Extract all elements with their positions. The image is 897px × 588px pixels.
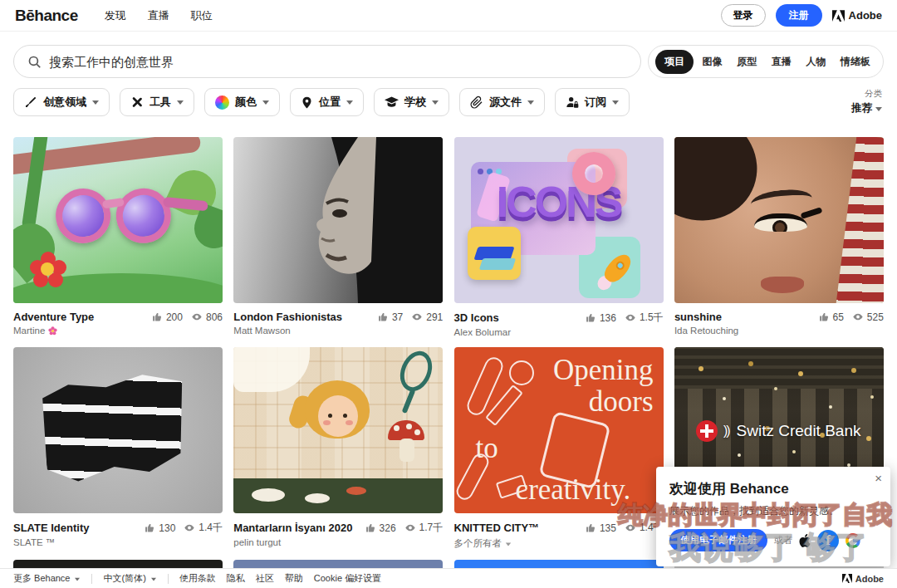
- tab-prototypes[interactable]: 原型: [731, 51, 762, 73]
- project-stats: 37 291: [378, 311, 443, 323]
- filter-color[interactable]: 颜色: [204, 88, 280, 116]
- art-yellow-card: [468, 227, 521, 280]
- project-thumbnail[interactable]: [13, 137, 223, 303]
- project-card-knitted-city: Opening doors to creativity. KNITTED CIT…: [454, 347, 664, 550]
- art-table: [233, 478, 443, 513]
- adobe-label: Adobe: [849, 9, 882, 22]
- welcome-subtitle: 展示您的作品，找到适合您的新灵感。: [669, 504, 877, 518]
- thumbs-up-icon: [586, 312, 596, 323]
- project-title[interactable]: London Fashionistas: [233, 311, 342, 323]
- project-owner[interactable]: SLATE ™: [13, 537, 223, 547]
- behance-logo[interactable]: Bēhance: [15, 7, 78, 25]
- login-button[interactable]: 登录: [721, 4, 766, 27]
- chevron-down-icon: [612, 100, 619, 105]
- sort-label: 分类: [851, 88, 882, 100]
- flower-badge-icon: [48, 326, 57, 336]
- behance-page: Bēhance 发现 直播 职位 登录 注册 Adobe 项目 图像 原型 直播…: [0, 0, 897, 588]
- views-eye-icon: [625, 522, 636, 533]
- top-navbar: Bēhance 发现 直播 职位 登录 注册 Adobe: [0, 0, 897, 32]
- filter-bar: 创意领域 工具 颜色 位置 学校 源文件 订阅: [13, 88, 630, 116]
- project-title[interactable]: sunshine: [674, 311, 722, 323]
- search-icon: [27, 55, 42, 69]
- email-signup-button[interactable]: 使用电子邮件注册: [669, 529, 767, 551]
- art-text-opening: Opening: [553, 354, 654, 387]
- paperclip-icon: [470, 96, 483, 109]
- tab-images[interactable]: 图像: [697, 51, 728, 73]
- thumbs-up-icon: [819, 311, 830, 322]
- project-stats: 326 1.7千: [365, 521, 444, 535]
- views-eye-icon: [625, 312, 636, 323]
- project-thumbnail[interactable]: [674, 137, 884, 303]
- project-title[interactable]: KNITTED CITY™: [454, 522, 540, 534]
- filter-schools[interactable]: 学校: [374, 88, 449, 116]
- project-card-3d-icons: ICONS 3D Icons 136 1.5千 Alex Bolumar: [454, 137, 664, 337]
- chevron-down-icon: [262, 100, 269, 105]
- project-stats: 135 1.4千: [586, 521, 664, 535]
- search-type-tabs: 项目 图像 原型 直播 人物 情绪板: [648, 45, 884, 78]
- art-striped-sleeve: [835, 137, 884, 303]
- art-girl-face: [318, 395, 358, 437]
- footer-link-help[interactable]: 帮助: [285, 572, 303, 585]
- tab-livestreams[interactable]: 直播: [766, 51, 797, 73]
- welcome-dialog: × 欢迎使用 Behance 展示您的作品，找到适合您的新灵感。 使用电子邮件注…: [656, 467, 890, 566]
- art-text-doors: doors: [589, 385, 654, 419]
- project-owner[interactable]: Alex Bolumar: [454, 327, 664, 337]
- swiss-flag-icon: [696, 420, 718, 442]
- footer-link-privacy[interactable]: 隐私: [227, 572, 245, 585]
- nav-jobs[interactable]: 职位: [191, 8, 213, 23]
- filter-creative-fields[interactable]: 创意领域: [13, 88, 110, 116]
- apple-signup-icon[interactable]: [799, 534, 811, 547]
- google-signup-icon[interactable]: [846, 533, 860, 548]
- views-eye-icon: [184, 522, 195, 533]
- close-icon[interactable]: ×: [875, 472, 882, 484]
- project-thumbnail[interactable]: [233, 347, 443, 513]
- filter-tools[interactable]: 工具: [120, 88, 194, 116]
- art-icons-text: ICONS: [454, 177, 664, 227]
- project-thumbnail[interactable]: ICONS: [454, 137, 664, 303]
- tab-people[interactable]: 人物: [800, 51, 831, 73]
- adobe-icon: [832, 10, 845, 22]
- sort-dropdown[interactable]: 推荐: [851, 101, 882, 115]
- project-title[interactable]: SLATE Identity: [13, 522, 89, 534]
- nav-discover[interactable]: 发现: [105, 8, 126, 23]
- project-owner[interactable]: Ida Retouching: [674, 326, 884, 336]
- tab-moodboards[interactable]: 情绪板: [835, 51, 876, 73]
- or-label: 或者: [774, 534, 792, 546]
- footer-link-terms[interactable]: 使用条款: [179, 572, 216, 585]
- project-thumbnail[interactable]: [13, 347, 223, 513]
- search-box[interactable]: [13, 45, 641, 78]
- art-switz-brand: )) Switz Credit Bank: [696, 420, 861, 442]
- project-owner[interactable]: Martine: [13, 326, 223, 336]
- project-title[interactable]: Adventure Type: [13, 311, 94, 323]
- project-owner[interactable]: pelin turgut: [233, 537, 443, 547]
- filter-location[interactable]: 位置: [290, 88, 364, 116]
- signup-button[interactable]: 注册: [776, 4, 822, 27]
- chevron-down-icon: [506, 542, 511, 546]
- chevron-down-icon: [177, 100, 184, 105]
- footer-link-cookie-prefs[interactable]: Cookie 偏好设置: [314, 572, 381, 585]
- footer-more-behance[interactable]: 更多 Behance: [13, 572, 81, 585]
- project-stats: 130 1.4千: [145, 521, 223, 535]
- nav-livestreams[interactable]: 直播: [148, 8, 169, 23]
- project-owner-multiple[interactable]: 多个所有者: [454, 537, 664, 550]
- thumbs-up-icon: [365, 522, 376, 533]
- filter-subscription[interactable]: 订阅: [555, 88, 630, 116]
- footer-link-community[interactable]: 社区: [256, 572, 274, 585]
- tab-projects[interactable]: 项目: [655, 50, 694, 74]
- project-thumbnail[interactable]: Opening doors to creativity.: [454, 347, 664, 513]
- project-thumbnail[interactable]: [233, 137, 443, 303]
- facebook-signup-icon[interactable]: f: [817, 530, 839, 551]
- art-goggles: [52, 175, 185, 262]
- thumbs-up-icon: [152, 311, 163, 322]
- filter-asset-files[interactable]: 源文件: [459, 88, 545, 116]
- sort-control: 分类 推荐: [851, 88, 882, 115]
- project-title[interactable]: Mantarların İsyanı 2020: [233, 522, 352, 534]
- footer-language-select[interactable]: 中文(简体): [103, 572, 156, 585]
- search-input[interactable]: [49, 55, 627, 69]
- project-owner[interactable]: Matt Mawson: [233, 326, 443, 336]
- views-eye-icon: [852, 311, 864, 322]
- art-vine: [22, 137, 49, 231]
- chevron-down-icon: [151, 577, 156, 581]
- chevron-down-icon: [92, 100, 99, 105]
- project-title[interactable]: 3D Icons: [454, 311, 499, 324]
